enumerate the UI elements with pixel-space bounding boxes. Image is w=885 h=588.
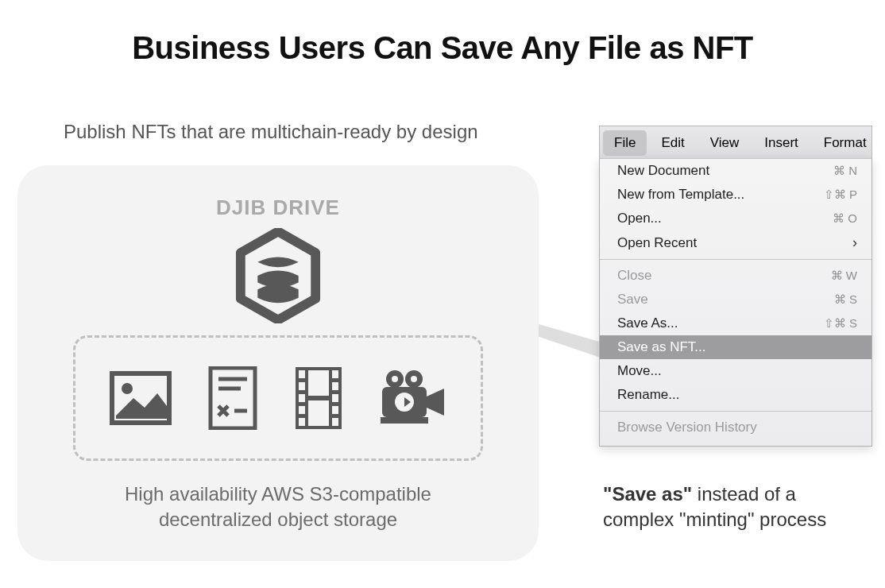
svg-rect-17 <box>332 394 338 402</box>
film-icon <box>294 366 343 431</box>
dropdown-shortcut: ⌘ S <box>834 292 857 307</box>
dropdown-item[interactable]: Open...⌘ O <box>600 207 871 230</box>
dropdown-item-label: Rename... <box>617 387 679 403</box>
camera-icon <box>379 369 447 427</box>
menubar-item-view[interactable]: View <box>699 130 751 156</box>
dropdown-item[interactable]: New Document⌘ N <box>600 159 871 183</box>
svg-rect-12 <box>299 394 305 402</box>
dropdown-item-label: Browse Version History <box>617 420 757 435</box>
dropdown-item-label: New from Template... <box>617 187 744 203</box>
image-icon <box>110 371 172 425</box>
svg-point-23 <box>392 376 398 382</box>
dropdown-item[interactable]: Move... <box>600 359 871 383</box>
page-title: Business Users Can Save Any File as NFT <box>0 30 885 66</box>
dropdown-item-label: Save As... <box>617 315 678 331</box>
file-dropdown: New Document⌘ NNew from Template...⇧⌘ PO… <box>599 158 872 447</box>
menubar-item-insert[interactable]: Insert <box>753 130 810 156</box>
dropdown-item-label: Save <box>617 292 648 308</box>
svg-rect-4 <box>211 368 255 428</box>
svg-rect-13 <box>299 406 305 414</box>
svg-rect-14 <box>299 418 305 426</box>
dropdown-item: Browse Version History <box>600 416 871 439</box>
menubar-item-file[interactable]: File <box>603 130 647 156</box>
caption: "Save as" instead of a complex "minting"… <box>603 482 841 533</box>
svg-rect-18 <box>332 406 338 414</box>
dropdown-shortcut: ⇧⌘ P <box>824 188 857 202</box>
dropdown-item[interactable]: Rename... <box>600 383 871 407</box>
svg-marker-29 <box>427 389 444 416</box>
menubar-item-format[interactable]: Format <box>813 130 878 156</box>
dropdown-item-label: Open... <box>617 211 662 226</box>
menubar: File Edit View Insert Format <box>599 126 872 159</box>
dropdown-separator <box>600 411 871 412</box>
dropdown-shortcut: ⌘ W <box>831 269 857 283</box>
svg-rect-20 <box>308 370 329 396</box>
dropdown-item[interactable]: Save as NFT... <box>600 335 871 359</box>
drive-logo-icon <box>235 228 321 323</box>
subtitle: Publish NFTs that are multichain-ready b… <box>64 121 478 143</box>
drive-card: DJIB DRIVE <box>17 165 539 561</box>
dropdown-shortcut: ⇧⌘ S <box>824 316 857 331</box>
chevron-right-icon: › <box>852 234 857 251</box>
dropdown-item-label: New Document <box>617 163 709 179</box>
document-icon <box>207 366 258 430</box>
svg-point-25 <box>411 376 417 382</box>
svg-rect-30 <box>381 417 428 424</box>
svg-rect-21 <box>308 400 329 426</box>
svg-point-3 <box>122 383 133 394</box>
dropdown-item-label: Save as NFT... <box>617 339 705 355</box>
dropdown-item[interactable]: Save As...⇧⌘ S <box>600 311 871 335</box>
dropdown-item: Save⌘ S <box>600 288 871 311</box>
dropdown-item-label: Open Recent <box>617 235 697 251</box>
menubar-item-edit[interactable]: Edit <box>650 130 695 156</box>
svg-rect-16 <box>332 382 338 390</box>
dropdown-item[interactable]: New from Template...⇧⌘ P <box>600 183 871 207</box>
dropdown-separator <box>600 259 871 260</box>
file-types-box <box>73 335 483 461</box>
dropdown-item-label: Close <box>617 268 651 284</box>
svg-rect-11 <box>299 382 305 390</box>
svg-rect-19 <box>332 418 338 426</box>
dropdown-shortcut: ⌘ N <box>833 164 857 178</box>
svg-rect-10 <box>299 370 305 378</box>
dropdown-item-label: Move... <box>617 363 662 379</box>
dropdown-shortcut: ⌘ O <box>833 211 857 226</box>
dropdown-item[interactable]: Open Recent› <box>600 230 871 255</box>
drive-label: DJIB DRIVE <box>17 195 539 220</box>
dropdown-item: Close⌘ W <box>600 264 871 288</box>
svg-rect-15 <box>332 370 338 378</box>
drive-description: High availability AWS S3-compatible dece… <box>17 482 539 533</box>
